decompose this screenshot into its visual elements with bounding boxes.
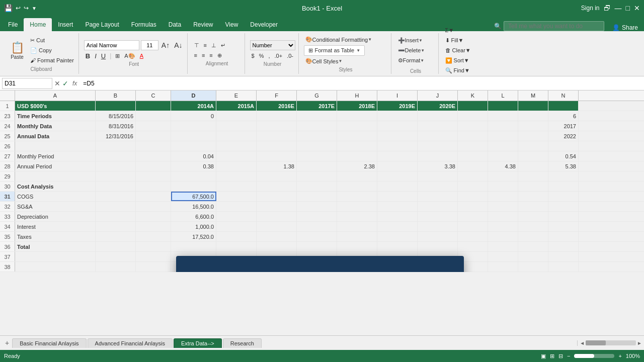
cell-a23[interactable]: Time Periods <box>15 111 96 121</box>
cell-a34[interactable]: Interest <box>15 222 96 231</box>
grid-scroll-area[interactable]: A B C D E F G H I J K L M N 1 USD $ <box>0 90 644 335</box>
increase-font-btn[interactable]: A↑ <box>160 41 171 50</box>
cell-f23[interactable] <box>257 111 297 121</box>
cell-c23[interactable] <box>136 111 171 121</box>
cell-k26[interactable] <box>458 141 488 151</box>
cell-b26[interactable] <box>96 141 136 151</box>
wrap-text-btn[interactable]: ↵ <box>219 41 227 50</box>
cell-a31[interactable]: COGS <box>15 192 96 201</box>
cell-g32[interactable] <box>297 202 337 211</box>
cell-m32[interactable] <box>518 202 548 211</box>
cell-f25[interactable] <box>257 131 297 141</box>
tab-formulas[interactable]: Formulas <box>125 18 163 31</box>
cell-a24[interactable]: Monthly Data <box>15 121 96 131</box>
align-bottom-btn[interactable]: ⊥ <box>210 41 218 50</box>
cell-n25[interactable]: 2022 <box>548 131 579 141</box>
cell-a37[interactable] <box>15 252 96 261</box>
clear-btn[interactable]: 🗑 Clear▼ <box>444 46 478 55</box>
cell-c34[interactable] <box>136 222 171 231</box>
cell-d33[interactable]: 6,600.0 <box>171 212 216 221</box>
page-break-icon[interactable]: ⊟ <box>558 353 563 359</box>
sheet-tab-extra-data[interactable]: Extra Data--> <box>174 338 222 348</box>
cell-i24[interactable] <box>377 121 418 131</box>
cell-k27[interactable] <box>458 151 488 161</box>
cell-i33[interactable] <box>377 212 418 221</box>
cell-m33[interactable] <box>518 212 548 221</box>
undo-icon[interactable]: ↩ <box>16 5 21 12</box>
cell-a29[interactable] <box>15 171 96 181</box>
cell-g1[interactable]: 2017E <box>297 101 337 111</box>
cell-k31[interactable] <box>458 192 488 201</box>
cell-b38[interactable] <box>96 262 136 272</box>
cell-k33[interactable] <box>458 212 488 221</box>
cell-a26[interactable] <box>15 141 96 151</box>
cell-l35[interactable] <box>488 232 518 241</box>
cell-n26[interactable] <box>548 141 579 151</box>
signin-link[interactable]: Sign in <box>581 5 600 12</box>
cell-l37[interactable] <box>488 252 518 261</box>
cell-g26[interactable] <box>297 141 337 151</box>
cell-e34[interactable] <box>216 222 257 231</box>
cell-l26[interactable] <box>488 141 518 151</box>
merge-center-btn[interactable]: ⊕ <box>216 51 223 60</box>
cell-j29[interactable] <box>418 171 458 181</box>
col-header-i[interactable]: I <box>377 90 418 101</box>
copy-button[interactable]: 📄 Copy <box>29 46 75 55</box>
font-color-button[interactable]: A <box>138 51 145 60</box>
cell-i1[interactable]: 2019E <box>377 101 418 111</box>
cell-b37[interactable] <box>96 252 136 261</box>
cell-i35[interactable] <box>377 232 418 241</box>
cell-i27[interactable] <box>377 151 418 161</box>
cell-g33[interactable] <box>297 212 337 221</box>
search-input[interactable] <box>504 21 604 31</box>
cell-c31[interactable] <box>136 192 171 201</box>
restore-icon[interactable]: 🗗 <box>604 4 611 12</box>
col-header-e[interactable]: E <box>216 90 257 101</box>
cell-m36[interactable] <box>518 242 548 251</box>
cell-h26[interactable] <box>337 141 377 151</box>
cell-m23[interactable] <box>518 111 548 121</box>
cell-c36[interactable] <box>136 242 171 251</box>
cell-c1[interactable] <box>136 101 171 111</box>
cell-m27[interactable] <box>518 151 548 161</box>
italic-button[interactable]: I <box>93 51 98 60</box>
cell-k24[interactable] <box>458 121 488 131</box>
cell-n27[interactable]: 0.54 <box>548 151 579 161</box>
col-header-h[interactable]: H <box>337 90 377 101</box>
cell-g25[interactable] <box>297 131 337 141</box>
cell-d34[interactable]: 1,000.0 <box>171 222 216 231</box>
cell-h36[interactable] <box>337 242 377 251</box>
cell-n29[interactable] <box>548 171 579 181</box>
cell-b27[interactable] <box>96 151 136 161</box>
scroll-right-btn[interactable]: ► <box>637 340 642 346</box>
cell-f31[interactable] <box>257 192 297 201</box>
cell-d27[interactable]: 0.04 <box>171 151 216 161</box>
cell-i23[interactable] <box>377 111 418 121</box>
cell-b24[interactable]: 8/31/2016 <box>96 121 136 131</box>
number-format-select[interactable]: Number General Currency Percentage Date <box>250 40 295 50</box>
col-header-c[interactable]: C <box>136 90 171 101</box>
cell-h31[interactable] <box>337 192 377 201</box>
page-layout-icon[interactable]: ⊞ <box>550 353 554 359</box>
cell-i36[interactable] <box>377 242 418 251</box>
cell-b36[interactable] <box>96 242 136 251</box>
cell-e24[interactable] <box>216 121 257 131</box>
insert-cells-btn[interactable]: ➕ Insert ▼ <box>396 36 435 45</box>
cell-b32[interactable] <box>96 202 136 211</box>
customize-icon[interactable]: ▼ <box>32 6 37 11</box>
border-button[interactable]: ⊞ <box>114 51 121 60</box>
scroll-left-btn[interactable]: ◄ <box>580 340 585 346</box>
cell-d23[interactable]: 0 <box>171 111 216 121</box>
confirm-formula-btn[interactable]: ✓ <box>62 79 68 87</box>
cell-i34[interactable] <box>377 222 418 231</box>
cell-l29[interactable] <box>488 171 518 181</box>
cell-g23[interactable] <box>297 111 337 121</box>
cell-l24[interactable] <box>488 121 518 131</box>
col-header-a[interactable]: A <box>15 90 96 101</box>
cell-h23[interactable] <box>337 111 377 121</box>
col-header-g[interactable]: G <box>297 90 337 101</box>
cell-i31[interactable] <box>377 192 418 201</box>
cell-a33[interactable]: Depreciation <box>15 212 96 221</box>
fill-color-button[interactable]: A🎨 <box>123 51 136 60</box>
redo-icon[interactable]: ↪ <box>24 5 29 12</box>
